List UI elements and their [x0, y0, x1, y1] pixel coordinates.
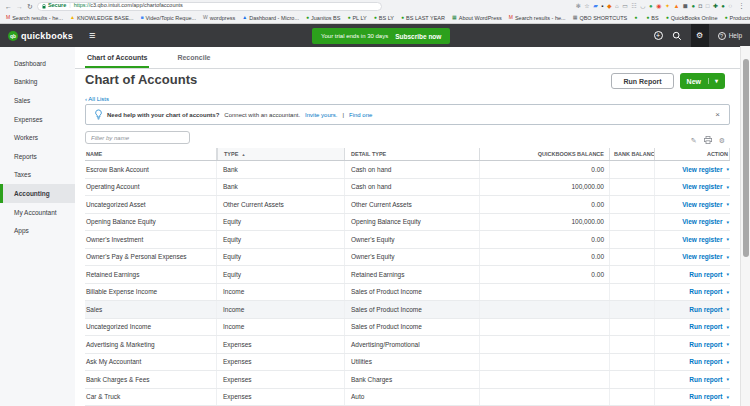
find-one-link[interactable]: Find one	[349, 112, 372, 118]
run-report-button[interactable]: Run Report	[611, 73, 673, 89]
extension-icon[interactable]: ⌂	[615, 3, 619, 9]
sidebar-item[interactable]: Accounting	[0, 184, 75, 203]
table-row[interactable]: Operating Account Bank Cash on hand 100,…	[85, 179, 730, 197]
row-action-link[interactable]: Run report	[689, 271, 722, 278]
address-bar[interactable]: Secure | https://c3.qbo.intuit.com/app/c…	[37, 2, 382, 11]
table-row[interactable]: Owner's Investment Equity Owner's Equity…	[85, 231, 730, 249]
table-row[interactable]: Ask My Accountant Expenses Utilities Run…	[85, 354, 730, 372]
edit-pencil-icon[interactable]: ✎	[691, 137, 697, 144]
row-action-link[interactable]: Run report	[689, 341, 722, 348]
row-action-caret-icon[interactable]: ▾	[726, 341, 729, 347]
browser-menu-icon[interactable]: ⋮	[738, 2, 745, 10]
bookmark-item[interactable]: ● PL LY	[347, 15, 366, 21]
table-row[interactable]: Retained Earnings Equity Retained Earnin…	[85, 266, 730, 284]
row-action-link[interactable]: View register	[682, 201, 722, 208]
sidebar-item[interactable]: Workers	[0, 128, 75, 147]
row-action-link[interactable]: Run report	[689, 323, 722, 330]
extension-icon[interactable]: □	[706, 3, 710, 9]
invite-yours-link[interactable]: Invite yours.	[305, 112, 337, 118]
help-button[interactable]: ? Help	[718, 32, 742, 40]
column-header-detail-type[interactable]: DETAIL TYPE	[345, 148, 480, 160]
search-icon[interactable]	[672, 31, 682, 41]
extension-icon[interactable]: ●	[649, 3, 653, 9]
secure-badge[interactable]: Secure	[42, 3, 66, 9]
row-action-caret-icon[interactable]: ▾	[726, 359, 729, 365]
bookmark-item[interactable]: ●	[634, 15, 639, 20]
row-action-caret-icon[interactable]: ▾	[726, 376, 729, 382]
bookmark-item[interactable]: M Search results - he...	[509, 15, 566, 21]
filter-input[interactable]	[85, 131, 190, 144]
table-row[interactable]: Uncategorized Asset Other Current Assets…	[85, 196, 730, 214]
extension-icon[interactable]: ▰	[593, 3, 598, 9]
extension-icon[interactable]: ◉	[656, 3, 661, 9]
extension-icon[interactable]: ◼	[683, 3, 688, 9]
new-button[interactable]: New ▾	[680, 73, 725, 89]
subscribe-now-button[interactable]: Subscribe now	[395, 33, 441, 40]
table-row[interactable]: Bank Charges & Fees Expenses Bank Charge…	[85, 371, 730, 389]
row-action-caret-icon[interactable]: ▾	[726, 201, 729, 207]
bookmark-item[interactable]: ▲ Dashboard - Micro...	[242, 15, 299, 21]
vertical-scrollbar[interactable]	[740, 46, 750, 406]
table-row[interactable]: Billable Expense Income Income Sales of …	[85, 284, 730, 302]
row-action-link[interactable]: Run report	[689, 358, 722, 365]
browser-reload-icon[interactable]: ↻	[27, 3, 33, 10]
sidebar-item[interactable]: Dashboard	[0, 54, 75, 73]
table-settings-gear-icon[interactable]: ⚙	[719, 137, 725, 144]
row-action-link[interactable]: View register	[682, 236, 722, 243]
row-action-caret-icon[interactable]: ▾	[726, 236, 729, 242]
extension-icon[interactable]: ▲	[673, 3, 679, 9]
extension-icon[interactable]: ◡	[640, 3, 645, 9]
bookmark-item[interactable]: ● BS LAST YEAR	[401, 15, 445, 21]
bookmark-item[interactable]: ● QuickBooks Online	[666, 15, 718, 21]
row-action-caret-icon[interactable]: ▾	[726, 306, 729, 312]
extension-icon[interactable]: ☷	[631, 3, 636, 9]
settings-gear-button[interactable]: ⚙	[691, 24, 709, 47]
row-action-link[interactable]: View register	[682, 218, 722, 225]
row-action-caret-icon[interactable]: ▾	[726, 394, 729, 400]
bookmark-item[interactable]: ● Products and Servi...	[725, 15, 750, 21]
tab[interactable]: Reconcile	[175, 54, 212, 68]
row-action-link[interactable]: View register	[682, 253, 722, 260]
sidebar-item[interactable]: Reports	[0, 147, 75, 166]
create-plus-icon[interactable]: +	[654, 31, 663, 40]
bookmark-item[interactable]: ● Juanitos BS	[306, 15, 340, 21]
scrollbar-thumb[interactable]	[743, 59, 749, 257]
table-row[interactable]: Car & Truck Expenses Auto Run report ▾	[85, 389, 730, 406]
column-header-quickbooks-balance[interactable]: QUICKBOOKS BALANCE	[480, 148, 610, 160]
row-action-link[interactable]: Run report	[689, 306, 722, 313]
extension-icon[interactable]: ◆	[607, 3, 612, 9]
bookmark-item[interactable]: ● BS	[646, 15, 658, 21]
row-action-caret-icon[interactable]: ▾	[726, 184, 729, 190]
quickbooks-logo[interactable]: qb quickbooks	[8, 31, 73, 41]
extension-icon[interactable]: ☆	[584, 3, 589, 9]
column-header-name[interactable]: NAME	[85, 148, 217, 160]
row-action-link[interactable]: View register	[682, 166, 722, 173]
bookmark-item[interactable]: ▦ About WordPress	[452, 15, 502, 21]
row-action-link[interactable]: Run report	[689, 376, 722, 383]
row-action-caret-icon[interactable]: ▾	[726, 271, 729, 277]
bookmark-item[interactable]: ● BS LY	[374, 15, 394, 21]
extension-icon[interactable]: ✚	[713, 3, 718, 9]
sidebar-item[interactable]: My Accountant	[0, 203, 75, 222]
new-caret-down-icon[interactable]: ▾	[708, 78, 718, 84]
extension-icon[interactable]: ●	[721, 3, 725, 9]
row-action-caret-icon[interactable]: ▾	[726, 289, 729, 295]
sidebar-item[interactable]: Taxes	[0, 166, 75, 185]
extension-icon[interactable]: ▭	[622, 3, 628, 9]
bookmark-item[interactable]: ▲ KNOWLEDGE BASE...	[70, 15, 134, 21]
table-row[interactable]: Sales Income Sales of Product Income Run…	[85, 301, 730, 319]
all-lists-link[interactable]: ‹ All Lists	[85, 96, 109, 102]
column-header-type[interactable]: TYPE▲	[217, 148, 345, 160]
row-action-link[interactable]: Run report	[689, 288, 722, 295]
bookmark-item[interactable]: W wordpress	[203, 15, 235, 21]
row-action-caret-icon[interactable]: ▾	[726, 254, 729, 260]
browser-forward-icon[interactable]: →	[16, 3, 23, 10]
banner-close-icon[interactable]: ×	[715, 111, 720, 119]
row-action-caret-icon[interactable]: ▾	[726, 219, 729, 225]
row-action-link[interactable]: View register	[682, 183, 722, 190]
extension-icon[interactable]: ◌	[728, 3, 732, 9]
table-row[interactable]: Uncategorized Income Income Sales of Pro…	[85, 319, 730, 337]
extension-icon[interactable]: ✻	[576, 3, 581, 9]
extension-icon[interactable]: ◘	[699, 3, 703, 9]
bookmark-item[interactable]: ▦ QBO SHORTCUTS	[573, 15, 628, 21]
